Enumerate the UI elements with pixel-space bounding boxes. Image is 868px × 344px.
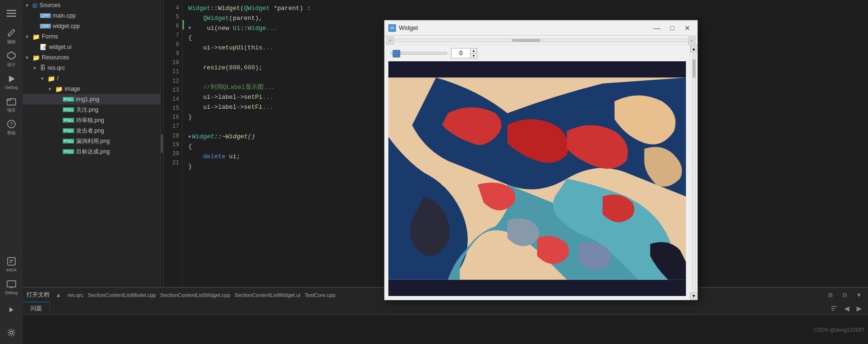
spinbox[interactable]: 0 ▲ ▼ bbox=[451, 48, 477, 58]
sidebar-menu-btn[interactable] bbox=[0, 2, 23, 25]
image-folder-icon: 📁 bbox=[55, 86, 63, 93]
tree-item-gongjizhes[interactable]: PNG 攻击者.png bbox=[23, 125, 160, 136]
cpp-icon2: CPP bbox=[40, 24, 51, 29]
sidebar-settings-btn[interactable] bbox=[0, 321, 23, 344]
watermark: CSDN @dong132697 bbox=[813, 327, 864, 333]
expand-icon bbox=[6, 305, 17, 315]
svg-rect-2 bbox=[7, 16, 16, 17]
svg-rect-12 bbox=[7, 281, 16, 287]
project-icon bbox=[6, 96, 17, 106]
widget-maximize-btn[interactable]: □ bbox=[666, 23, 678, 33]
spinbox-value: 0 bbox=[452, 50, 470, 57]
sidebar-help-btn[interactable]: ? 帮助 bbox=[0, 116, 23, 139]
svg-rect-9 bbox=[8, 258, 15, 265]
spinbox-arrows: ▲ ▼ bbox=[470, 48, 477, 58]
design-label: 设计 bbox=[7, 62, 16, 68]
arrow-resources: ▼ bbox=[25, 55, 30, 60]
open-doc-4: SectionContentListWidget.ui bbox=[235, 292, 300, 298]
hscroll-track[interactable] bbox=[395, 38, 687, 42]
tree-item-res-qrc[interactable]: ▼ 🗄 res.qrc bbox=[23, 63, 160, 73]
tab-issues[interactable]: 问题 bbox=[23, 302, 50, 315]
png-icon: PNG bbox=[63, 97, 74, 102]
hscroll-right-btn[interactable]: › bbox=[688, 37, 695, 44]
tree-item-image[interactable]: ▼ 📁 image bbox=[23, 84, 160, 94]
arrow-slash: ▼ bbox=[40, 76, 46, 81]
tree-item-sources[interactable]: ▼ ⊞ Sources bbox=[23, 0, 160, 10]
monitor-label: Debug bbox=[5, 290, 18, 295]
hscroll-left-btn[interactable]: ‹ bbox=[386, 37, 394, 44]
png-icon4: PNG bbox=[63, 128, 74, 133]
slash-label: / bbox=[57, 75, 58, 82]
widget-vscroll[interactable]: ▲ ▼ bbox=[690, 45, 697, 300]
tree-item-mudao[interactable]: PNG 目标达成.png bbox=[23, 146, 160, 157]
monitor-icon bbox=[6, 279, 17, 289]
svg-marker-4 bbox=[8, 52, 15, 59]
widget-hscroll[interactable]: ‹ › bbox=[385, 36, 697, 45]
vscroll-down-btn[interactable]: ▼ bbox=[690, 292, 698, 300]
vscroll-up-btn[interactable]: ▲ bbox=[690, 45, 698, 53]
spinbox-up[interactable]: ▲ bbox=[470, 48, 477, 54]
png-icon5: PNG bbox=[63, 139, 74, 143]
tree-item-img1[interactable]: PNG img1.png bbox=[23, 94, 160, 105]
widget-cpp-label: widget.cpp bbox=[53, 23, 80, 29]
tab-actions: ◀ ▶ bbox=[829, 303, 868, 314]
tree-item-resources[interactable]: ▼ 📁 Resources bbox=[23, 52, 160, 63]
split-panel-btn[interactable]: ⊟ bbox=[839, 290, 850, 300]
arrow-sources: ▼ bbox=[25, 3, 30, 8]
spinbox-down[interactable]: ▼ bbox=[470, 54, 477, 58]
tree-item-main-cpp[interactable]: CPP main.cpp bbox=[23, 10, 160, 21]
next-issue-btn[interactable]: ▶ bbox=[854, 303, 864, 314]
svg-point-16 bbox=[10, 331, 13, 334]
sidebar-test-btn[interactable]: est14 bbox=[0, 253, 23, 276]
edit-icon bbox=[6, 28, 17, 38]
tree-item-daishenhe[interactable]: PNG 待审核.png bbox=[23, 115, 160, 125]
image-label: image bbox=[65, 86, 80, 92]
project-label: 项目 bbox=[7, 107, 16, 114]
widget-title: Widget bbox=[399, 24, 648, 31]
scroll-up-btn[interactable]: ▲ bbox=[53, 290, 64, 300]
sidebar-monitor-btn[interactable]: Debug bbox=[0, 276, 23, 298]
vscroll-track[interactable] bbox=[692, 54, 696, 291]
svg-rect-1 bbox=[7, 13, 16, 14]
png-icon3: PNG bbox=[63, 118, 74, 123]
slider-track[interactable] bbox=[390, 52, 447, 55]
add-panel-btn[interactable]: ⊞ bbox=[825, 290, 836, 300]
prev-issue-btn[interactable]: ◀ bbox=[841, 303, 852, 314]
tree-item-loudong[interactable]: PNG 漏洞利用.png bbox=[23, 136, 160, 146]
edit-label: 编辑 bbox=[7, 39, 16, 45]
tree-item-guanzhu[interactable]: PNG 关注.png bbox=[23, 105, 160, 115]
sidebar-design-btn[interactable]: 设计 bbox=[0, 48, 23, 70]
widget-main: 0 ▲ ▼ bbox=[385, 45, 690, 300]
code-line-4: Widget::Widget(QWidget *parent) : bbox=[188, 4, 864, 14]
arrow-forms: ▼ bbox=[25, 34, 30, 39]
menu-icon bbox=[6, 8, 17, 19]
tree-item-slash[interactable]: ▼ 📁 / bbox=[23, 73, 160, 84]
bottom-content bbox=[23, 315, 868, 344]
gongjizhes-label: 攻击者.png bbox=[76, 127, 104, 135]
sidebar-expand-btn[interactable] bbox=[0, 298, 23, 321]
sidebar-project-btn[interactable]: 项目 bbox=[0, 93, 23, 116]
scroll-down-btn[interactable]: ▼ bbox=[854, 290, 864, 300]
sidebar-debug-btn[interactable]: Debug bbox=[0, 70, 23, 93]
vscroll-thumb[interactable] bbox=[693, 59, 695, 78]
widget-close-btn[interactable]: ✕ bbox=[681, 23, 694, 33]
settings-icon bbox=[6, 327, 17, 338]
resources-label: Resources bbox=[42, 54, 69, 61]
svg-rect-0 bbox=[7, 10, 16, 11]
sidebar-edit-btn[interactable]: 编辑 bbox=[0, 25, 23, 48]
widget-minimize-btn[interactable]: — bbox=[651, 23, 663, 33]
resources-icon: 📁 bbox=[32, 54, 40, 61]
slider-thumb[interactable] bbox=[393, 50, 400, 57]
svg-marker-15 bbox=[10, 307, 13, 312]
design-icon bbox=[6, 50, 17, 61]
debug-icon bbox=[6, 74, 17, 84]
sidebar: 编辑 设计 Debug 项目 ? 帮助 est14 Debug bbox=[0, 0, 23, 344]
sort-issues-btn[interactable] bbox=[829, 303, 839, 314]
sources-icon: ⊞ bbox=[32, 2, 38, 9]
test-icon bbox=[6, 256, 17, 267]
tree-item-forms[interactable]: ▼ 📁 Forms bbox=[23, 31, 160, 42]
tree-item-widget-ui[interactable]: 📝 widget.ui bbox=[23, 42, 160, 52]
help-icon: ? bbox=[6, 119, 17, 129]
tree-item-widget-cpp[interactable]: CPP widget.cpp bbox=[23, 21, 160, 31]
hscroll-thumb[interactable] bbox=[512, 39, 540, 42]
